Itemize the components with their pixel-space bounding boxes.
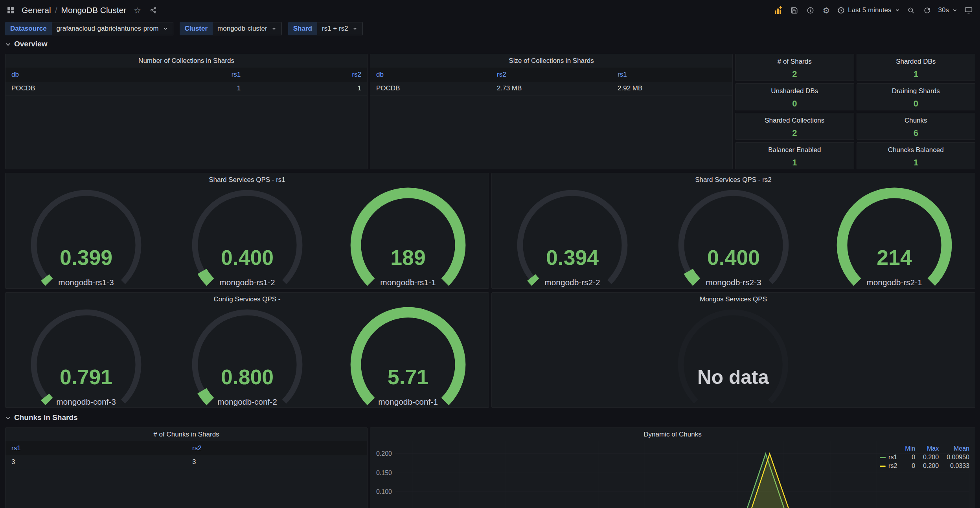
stat-title: Balancer Enabled: [768, 146, 821, 154]
gauge: 0.394 mongodb-rs2-2: [492, 187, 653, 288]
stat-panels-grid: # of Shards 2 Sharded DBs 1 Unsharded DB…: [735, 54, 975, 169]
dashboard-insights-icon[interactable]: [805, 5, 815, 15]
gauge-mongodb-rs2-1: 214 mongodb-rs2-1: [814, 187, 975, 288]
gauge-label: mongodb-rs1-1: [381, 278, 436, 287]
panel-title[interactable]: Mongos Services QPS: [492, 293, 975, 306]
gauge-fill: [45, 397, 49, 402]
data-table: dbrs2rs1 POCDB2.73 MB2.92 MB: [370, 68, 732, 95]
gauge-mongodb-conf-3: 0.791 mongodb-conf-3: [6, 306, 167, 408]
breadcrumb-folder[interactable]: General: [22, 6, 51, 15]
table-cell: 2.92 MB: [612, 82, 732, 95]
panel-title[interactable]: Number of Collections in Shards: [6, 54, 367, 68]
stat-value: 6: [914, 128, 918, 138]
column-header-rs2[interactable]: rs2: [246, 68, 367, 82]
data-table: dbrs1rs2 POCDB11: [6, 68, 367, 95]
breadcrumb-dashboard-title[interactable]: MongoDB Cluster: [61, 6, 127, 15]
chevron-down-icon: [5, 41, 11, 47]
variable-label: Shard: [288, 22, 317, 35]
dashboard-settings-gear-icon[interactable]: ⚙: [821, 5, 831, 15]
gauge-value: 0.394: [546, 246, 599, 269]
legend-column-max[interactable]: Max: [915, 444, 939, 453]
gauge-label: mongodb-rs2-2: [544, 278, 600, 287]
panel-title[interactable]: Dynamic of Chunks: [370, 428, 975, 441]
legend-column-min[interactable]: Min: [897, 444, 915, 453]
column-header-db[interactable]: db: [370, 68, 491, 82]
table-cell: 1: [246, 82, 367, 95]
stat-panel-sharded-dbs: Sharded DBs 1: [857, 54, 976, 81]
time-range-picker[interactable]: Last 5 minutes: [837, 6, 900, 14]
column-header-rs2[interactable]: rs2: [491, 68, 612, 82]
panel-title[interactable]: Size of Collections in Shards: [370, 54, 732, 68]
add-panel-button[interactable]: [773, 5, 783, 15]
refresh-interval-dropdown[interactable]: 30s: [938, 6, 958, 14]
stat-panel-chuncks-balanced: Chuncks Balanced 1: [857, 142, 976, 169]
panel-title[interactable]: Config Services QPS -: [6, 293, 489, 306]
legend-row: rs1 00.2000.00950: [880, 453, 969, 462]
variable-label: Cluster: [180, 22, 213, 35]
series-color-swatch: [880, 466, 886, 467]
panel-size-of-collections-in-shards: Size of Collections in Shards dbrs2rs1 P…: [370, 54, 733, 169]
chevron-down-icon: [271, 26, 277, 31]
legend-item-rs1[interactable]: rs1: [880, 453, 897, 462]
gauge-mongodb-conf-2: 0.800 mongodb-conf-2: [167, 306, 328, 408]
row-header-overview[interactable]: Overview: [5, 40, 48, 48]
gauge-value: 0.400: [221, 246, 273, 269]
gauge-fill: [202, 271, 210, 282]
gauge-label: mongodb-conf-3: [56, 397, 116, 406]
series-color-swatch: [880, 457, 886, 458]
gauge: 0.399 mongodb-rs1-3: [6, 187, 166, 288]
panel-title[interactable]: Shard Services QPS - rs1: [6, 173, 489, 187]
variable-value-dropdown[interactable]: rs1 + rs2: [317, 22, 363, 35]
gauge-label: mongodb-conf-2: [217, 397, 277, 406]
column-header-rs1[interactable]: rs1: [6, 441, 186, 455]
variable-value-dropdown[interactable]: mongodb-cluster: [213, 22, 282, 35]
column-header-rs1[interactable]: rs1: [126, 68, 247, 82]
gauge: 0.400 mongodb-rs2-3: [653, 187, 814, 288]
panel-title[interactable]: # of Chunks in Shards: [6, 428, 367, 441]
section-title: Chunks in Shards: [14, 413, 78, 422]
table-cell: 1: [126, 82, 247, 95]
stat-value: 1: [914, 69, 918, 79]
clock-icon: [837, 7, 845, 14]
gauge-row: 0.394 mongodb-rs2-2 0.400 mongodb-rs2-3 …: [492, 187, 975, 288]
table-cell: 3: [186, 455, 367, 469]
stat-panel-draining-shards: Draining Shards 0: [857, 83, 976, 110]
gauge: 0.791 mongodb-conf-3: [6, 306, 166, 408]
table-row: POCDB11: [6, 82, 367, 95]
gauge: 5.71 mongodb-conf-1: [328, 306, 488, 408]
no-data-message: No data: [697, 366, 769, 388]
panel-shard-services-qps-rs2: Shard Services QPS - rs2 0.394 mongodb-r…: [491, 173, 975, 289]
share-dashboard-button[interactable]: [148, 5, 158, 15]
panel-shard-services-qps-rs1: Shard Services QPS - rs1 0.399 mongodb-r…: [5, 173, 489, 289]
table-cell: 2.73 MB: [491, 82, 612, 95]
column-header-rs2[interactable]: rs2: [186, 441, 367, 455]
variable-label: Datasource: [5, 22, 52, 35]
variable-value-dropdown[interactable]: grafanacloud-gabrielantunes-prom: [52, 22, 173, 35]
no-data-area: No data: [492, 306, 975, 408]
dashboards-grid-icon[interactable]: [6, 5, 16, 15]
legend-row: rs2 00.2000.0333: [880, 462, 969, 470]
star-dashboard-button[interactable]: ☆: [132, 5, 142, 15]
chevron-down-icon: [163, 26, 168, 31]
legend-item-rs2[interactable]: rs2: [880, 462, 897, 470]
stat-title: Chuncks Balanced: [888, 146, 944, 154]
gauge-mongodb-rs2-3: 0.400 mongodb-rs2-3: [653, 187, 814, 288]
stat-panel-unsharded-dbs: Unsharded DBs 0: [735, 83, 854, 110]
refresh-icon[interactable]: [922, 5, 932, 15]
tv-mode-icon[interactable]: [963, 5, 974, 15]
table-cell: POCDB: [6, 82, 126, 95]
zoom-out-time-icon[interactable]: [906, 5, 916, 15]
row-header-chunks-in-shards[interactable]: Chunks in Shards: [5, 413, 78, 422]
gauge: 0.800 mongodb-conf-2: [167, 306, 327, 408]
gauge-value: 0.791: [60, 365, 112, 389]
column-header-rs1[interactable]: rs1: [612, 68, 732, 82]
save-dashboard-icon[interactable]: [789, 5, 799, 15]
column-header-db[interactable]: db: [6, 68, 126, 82]
breadcrumb-separator: /: [55, 6, 57, 15]
y-axis-tick: 0.200: [376, 450, 392, 457]
gauge-label: mongodb-rs2-3: [706, 278, 761, 287]
gauge-label: mongodb-rs1-2: [219, 278, 275, 287]
gauge: 214 mongodb-rs2-1: [814, 187, 974, 288]
panel-title[interactable]: Shard Services QPS - rs2: [492, 173, 975, 187]
legend-column-mean[interactable]: Mean: [939, 444, 969, 453]
